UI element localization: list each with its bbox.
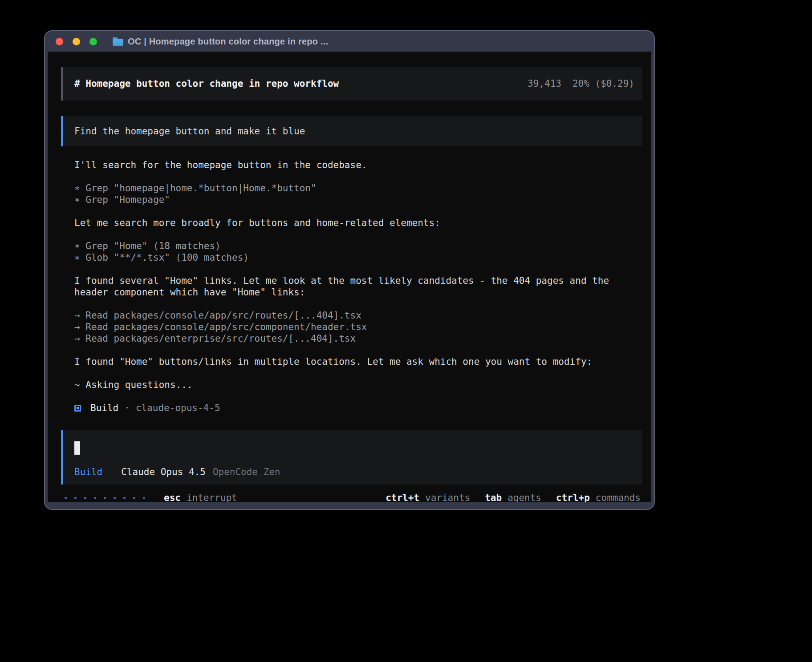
folder-icon [113, 37, 123, 46]
session-stats: 39,413 20% ($0.29) [528, 78, 634, 89]
tool-call-read: → Read packages/console/app/src/componen… [74, 321, 647, 333]
activity-dot [94, 497, 96, 499]
provider-name: OpenCode Zen [213, 467, 280, 477]
activity-dot [133, 497, 135, 499]
build-agent-icon [74, 405, 81, 412]
assistant-text: I found "Home" buttons/links in multiple… [74, 356, 647, 367]
session-header: # Homepage button color change in repo w… [61, 67, 642, 101]
prompt-input[interactable]: Build Claude Opus 4.5 OpenCode Zen [61, 430, 642, 484]
activity-dot [143, 497, 145, 499]
esc-key: esc [164, 492, 181, 502]
close-button[interactable] [56, 38, 63, 45]
activity-dot [84, 497, 86, 499]
input-footer: Build Claude Opus 4.5 OpenCode Zen [74, 467, 280, 477]
terminal-window: OC | Homepage button color change in rep… [44, 30, 655, 510]
tool-call-read: → Read packages/enterprise/src/routes/[.… [74, 333, 647, 344]
context-cost: 20% ($0.29) [572, 78, 634, 89]
status-bar: esc interrupt ctrl+t variants tab agents… [61, 488, 642, 502]
agents-hint: tab agents [485, 492, 541, 502]
terminal-content: # Homepage button color change in repo w… [48, 52, 651, 502]
tool-call-grep: ∗ Grep "Homepage" [74, 194, 647, 206]
interrupt-hint: esc interrupt [164, 492, 237, 502]
window-title: OC | Homepage button color change in rep… [128, 36, 328, 47]
assistant-text: I found several "Home" links. Let me loo… [74, 275, 647, 298]
session-title: # Homepage button color change in repo w… [74, 78, 339, 89]
token-count: 39,413 [528, 78, 561, 89]
variants-hint: ctrl+t variants [386, 492, 470, 502]
minimize-button[interactable] [73, 38, 80, 45]
activity-dot [74, 497, 77, 499]
tool-call-glob: ∗ Glob "**/*.tsx" (100 matches) [74, 252, 647, 263]
user-message-text: Find the homepage button and make it blu… [74, 126, 305, 137]
activity-dot [123, 497, 126, 499]
zoom-button[interactable] [89, 38, 97, 45]
agent-attribution: Build · claude-opus-4-5 [74, 402, 647, 414]
text-cursor [74, 441, 80, 455]
agent-separator: · [124, 402, 130, 414]
activity-dots [65, 497, 145, 499]
user-message: Find the homepage button and make it blu… [61, 116, 642, 146]
activity-dot [104, 497, 106, 499]
activity-dot [65, 497, 67, 499]
conversation: I'll search for the homepage button in t… [74, 159, 647, 414]
tool-call-read: → Read packages/console/app/src/routes/[… [74, 310, 647, 321]
agent-model: claude-opus-4-5 [136, 402, 220, 414]
tool-call-grep: ∗ Grep "Home" (18 matches) [74, 240, 647, 252]
assistant-text: I'll search for the homepage button in t… [74, 159, 647, 171]
titlebar[interactable]: OC | Homepage button color change in rep… [45, 31, 654, 52]
assistant-text: Let me search more broadly for buttons a… [74, 217, 647, 229]
model-name[interactable]: Claude Opus 4.5 [121, 467, 206, 477]
tool-call-grep: ∗ Grep "homepage|home.*button|Home.*butt… [74, 182, 647, 194]
activity-dot [114, 497, 116, 499]
agent-name: Build [90, 402, 118, 414]
assistant-status: ~ Asking questions... [74, 379, 647, 391]
mode-badge[interactable]: Build [74, 467, 102, 477]
commands-hint: ctrl+p commands [556, 492, 641, 502]
